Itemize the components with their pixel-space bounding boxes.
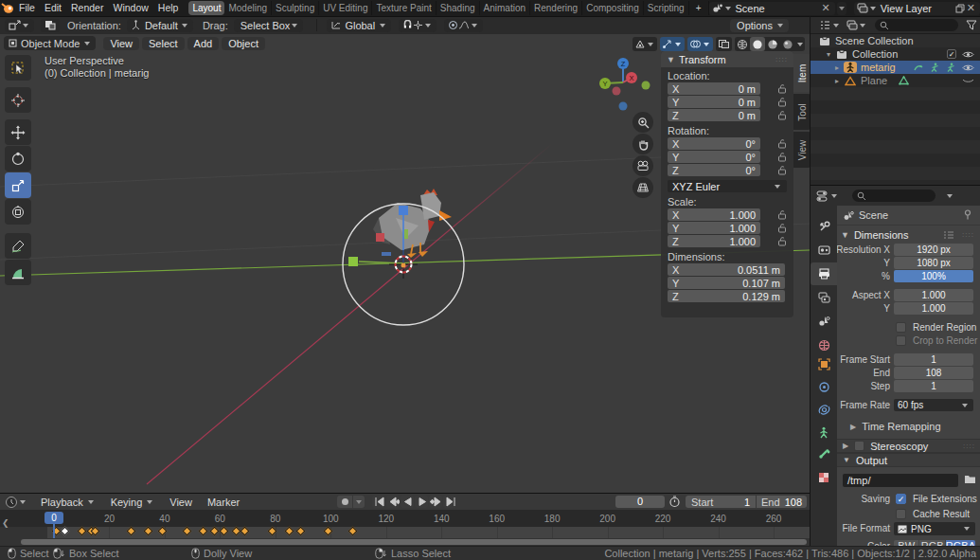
- outliner-item-label[interactable]: Collection: [852, 48, 898, 60]
- panel-grip-icon[interactable]: ::::: [775, 55, 788, 63]
- options-button[interactable]: Options: [730, 19, 789, 32]
- dropdown-frame-rate[interactable]: 60 fps: [894, 399, 973, 411]
- field-frame-start[interactable]: 1: [894, 353, 973, 366]
- auto-key-dropdown[interactable]: [353, 496, 365, 508]
- tool-annotate[interactable]: [5, 233, 31, 259]
- menu-window[interactable]: Window: [108, 0, 152, 16]
- next-keyframe-button[interactable]: [429, 496, 442, 508]
- pin-icon[interactable]: [963, 209, 972, 222]
- output-panel-header[interactable]: ▼Output: [837, 453, 980, 467]
- workspace-tab-compositing[interactable]: Compositing: [582, 1, 644, 15]
- timeline-menu-playback[interactable]: Playback: [33, 497, 103, 508]
- transform-field-location-y[interactable]: Y0 m: [668, 96, 760, 108]
- properties-options-dropdown[interactable]: [947, 194, 953, 198]
- transform-field-rotation-z[interactable]: Z0°: [668, 164, 760, 176]
- keyframe-selected[interactable]: [61, 527, 70, 536]
- dimensions-panel-header[interactable]: ▼Dimensions::::: [837, 225, 980, 244]
- checkbox-render-region[interactable]: [896, 322, 906, 333]
- menu-edit[interactable]: Edit: [40, 0, 66, 16]
- viewport-menu-object[interactable]: Object: [222, 37, 265, 50]
- field--[interactable]: 100%: [894, 270, 973, 282]
- lock-icon[interactable]: [777, 223, 788, 233]
- outliner-row-collection[interactable]: ▾Collection✓: [811, 47, 980, 61]
- field-y[interactable]: 1080 px: [894, 257, 973, 269]
- tool-fallback-icon[interactable]: [41, 19, 60, 32]
- editor-type-dropdown[interactable]: [816, 190, 839, 202]
- navigation-gizmo[interactable]: Z X Y: [589, 34, 655, 115]
- keyframe[interactable]: [77, 527, 86, 536]
- keyframe[interactable]: [348, 527, 358, 536]
- keyframe[interactable]: [241, 527, 250, 536]
- menu-help[interactable]: Help: [153, 0, 184, 16]
- drag-dropdown[interactable]: Select Box: [234, 19, 304, 32]
- properties-search-input[interactable]: [852, 190, 935, 202]
- scene-new-dropdown[interactable]: [837, 2, 846, 15]
- properties-tab-render[interactable]: [811, 239, 837, 262]
- workspace-tab-scripting[interactable]: Scripting: [644, 1, 689, 15]
- xray-toggle[interactable]: [716, 37, 732, 51]
- perspective-toggle-button[interactable]: [633, 177, 653, 198]
- time-remapping-panel-header[interactable]: ▶Time Remapping: [837, 420, 980, 433]
- field-end[interactable]: 108: [894, 367, 973, 379]
- transform-field-location-x[interactable]: X0 m: [668, 82, 760, 95]
- viewport-menu-add[interactable]: Add: [187, 37, 220, 50]
- collection-checkbox[interactable]: ✓: [947, 49, 956, 59]
- expander-icon[interactable]: ▸: [835, 63, 844, 72]
- workspace-tab-uv-editing[interactable]: UV Editing: [319, 1, 372, 15]
- eye-closed-icon[interactable]: [962, 77, 974, 85]
- add-workspace-button[interactable]: +: [689, 1, 709, 15]
- timeline-ruler[interactable]: 204060801001201401601802002202402600: [0, 510, 810, 527]
- blender-logo-icon[interactable]: [0, 2, 14, 14]
- keyframe[interactable]: [295, 527, 305, 536]
- start-frame-field[interactable]: Start1: [686, 496, 756, 508]
- outliner-item-label[interactable]: Scene Collection: [835, 35, 914, 46]
- field-aspect-x[interactable]: 1.000: [894, 289, 973, 301]
- properties-tab-texture[interactable]: [811, 466, 837, 489]
- expander-icon[interactable]: ▸: [835, 77, 844, 85]
- lock-icon[interactable]: [777, 236, 788, 246]
- properties-tab-tool[interactable]: [811, 215, 837, 238]
- tool-transform[interactable]: [5, 199, 31, 225]
- tool-rotate[interactable]: [5, 146, 31, 172]
- mode-dropdown[interactable]: Object Mode: [4, 36, 96, 50]
- keyframe[interactable]: [199, 527, 208, 536]
- pivot-dropdown[interactable]: Global: [327, 19, 391, 32]
- eye-icon[interactable]: [962, 63, 974, 72]
- checkbox-stereoscopy[interactable]: [854, 441, 864, 451]
- file-format-dropdown[interactable]: PNG: [894, 522, 975, 535]
- folder-icon[interactable]: [964, 474, 976, 484]
- menu-file[interactable]: File: [14, 0, 40, 16]
- lock-icon[interactable]: [777, 97, 788, 107]
- gizmos-toggle[interactable]: [660, 37, 685, 51]
- properties-tab-output[interactable]: [811, 262, 837, 285]
- transform-field-dimensions-x[interactable]: X0.0511 m: [668, 263, 785, 276]
- tool-cursor[interactable]: [5, 87, 31, 113]
- auto-key-button[interactable]: [337, 496, 352, 508]
- view-layer-remove-icon[interactable]: ✕: [965, 2, 977, 14]
- expander-icon[interactable]: ▾: [827, 50, 835, 59]
- outliner-item-label[interactable]: metarig: [861, 62, 896, 73]
- pan-button[interactable]: [633, 134, 653, 154]
- timeline-editor-dropdown[interactable]: [5, 496, 27, 509]
- workspace-tab-shading[interactable]: Shading: [437, 1, 480, 15]
- transform-panel-header[interactable]: ▼ Transform ::::: [661, 51, 793, 67]
- properties-tab-constraints[interactable]: [811, 375, 837, 398]
- camera-view-button[interactable]: [633, 155, 653, 176]
- orientation-dropdown[interactable]: Default: [127, 19, 193, 32]
- breadcrumb-scene[interactable]: Scene: [859, 209, 888, 221]
- tool-measure[interactable]: [5, 260, 31, 285]
- list-icon[interactable]: [943, 230, 954, 240]
- workspace-tab-rendering[interactable]: Rendering: [530, 1, 582, 15]
- properties-tab-view-layer[interactable]: [811, 286, 837, 309]
- viewport-menu-select[interactable]: Select: [142, 37, 185, 50]
- transform-field-rotation-y[interactable]: Y0°: [668, 151, 760, 163]
- lock-icon[interactable]: [777, 152, 788, 162]
- transform-field-rotation-x[interactable]: X0°: [668, 137, 760, 150]
- timeline-scrollbar[interactable]: [21, 539, 807, 545]
- outliner-row-plane[interactable]: ▸Plane: [811, 74, 980, 87]
- keyframe[interactable]: [127, 527, 136, 536]
- checkbox-file-extensions[interactable]: ✓: [896, 494, 906, 504]
- scene-selector[interactable]: Scene ✕: [709, 2, 835, 15]
- lock-icon[interactable]: [777, 165, 788, 175]
- zoom-button[interactable]: [633, 112, 653, 133]
